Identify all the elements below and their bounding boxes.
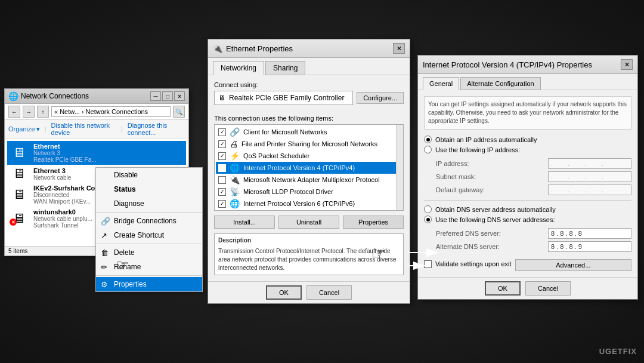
nc-up-btn[interactable]: ↑ bbox=[37, 106, 49, 118]
ep-list-item-3[interactable]: 🌐 Internet Protocol Version 4 (TCP/IPv4) bbox=[216, 162, 402, 174]
ep-description: Description Transmission Control Protoco… bbox=[214, 233, 404, 275]
tcpip-gateway-input[interactable]: . . . . bbox=[548, 184, 631, 195]
tcpip-bottom-row: OK Cancel bbox=[418, 277, 637, 299]
tcpip-advanced-btn[interactable]: Advanced... bbox=[515, 259, 631, 271]
nc-forward-btn[interactable]: → bbox=[23, 106, 35, 118]
ep-tab-sharing[interactable]: Sharing bbox=[265, 61, 305, 75]
nc-search-btn[interactable]: 🔍 bbox=[173, 106, 185, 118]
ep-connect-label: Connect using: bbox=[214, 81, 404, 88]
ep-item-icon-0: 🔗 bbox=[230, 127, 240, 137]
tcpip-divider bbox=[424, 200, 631, 201]
ctx-bridge-icon: 🔗 bbox=[101, 217, 110, 226]
ep-install-btn[interactable]: Install... bbox=[214, 216, 275, 229]
tcpip-auto-ip-radio[interactable] bbox=[424, 136, 432, 143]
ep-item-label-2: QoS Packet Scheduler bbox=[243, 152, 309, 159]
ep-close-btn[interactable]: ✕ bbox=[393, 43, 405, 54]
ep-item-label-4: Microsoft Network Adapter Multiplexor Pr… bbox=[243, 176, 380, 183]
tcpip-alternate-dns-input[interactable]: 8 . 8 . 8 . 9 bbox=[548, 241, 631, 252]
ep-checkbox-5[interactable] bbox=[218, 188, 226, 196]
ep-checkbox-2[interactable] bbox=[218, 152, 226, 160]
tcpip-alternate-dns-field: Alternate DNS server: 8 . 8 . 8 . 9 bbox=[424, 241, 631, 252]
ep-configure-btn[interactable]: Configure... bbox=[357, 92, 404, 104]
ep-content: Connect using: 🖥 Realtek PCIe GBE Family… bbox=[208, 75, 410, 281]
ep-uninstall-btn[interactable]: Uninstall bbox=[278, 216, 339, 229]
tcpip-ip-input[interactable]: . . . . bbox=[548, 158, 631, 169]
nc-titlebar: 🌐 Network Connections ─ □ ✕ bbox=[5, 89, 188, 104]
ep-adapter-name: Realtek PCIe GBE Family Controller bbox=[229, 94, 344, 102]
ctx-sep3 bbox=[96, 275, 202, 276]
nc-back-btn[interactable]: ← bbox=[8, 106, 20, 118]
ctx-rename[interactable]: ✏ Rename bbox=[96, 260, 202, 274]
tcpip-auto-dns-row[interactable]: Obtain DNS server address automatically bbox=[424, 205, 631, 213]
nc-titlebar-left: 🌐 Network Connections bbox=[8, 91, 89, 101]
ep-checkbox-3[interactable] bbox=[218, 164, 226, 172]
tcpip-close-btn[interactable]: ✕ bbox=[621, 59, 633, 70]
nc-minimize-btn[interactable]: ─ bbox=[150, 91, 161, 101]
tcpip-subnet-input[interactable]: . . . . bbox=[548, 171, 631, 182]
ep-properties-btn[interactable]: Properties bbox=[343, 216, 404, 229]
tcpip-manual-dns-row[interactable]: Use the following DNS server addresses: bbox=[424, 216, 631, 223]
ctx-bridge[interactable]: 🔗 Bridge Connections bbox=[96, 214, 202, 228]
tcpip-preferred-dns-input[interactable]: 8 . 8 . 8 . 8 bbox=[548, 228, 631, 239]
nc-item-ethernet[interactable]: 🖥 Ethernet Network 3 Realtek PCIe GBE Fa… bbox=[7, 141, 186, 165]
ep-checkbox-0[interactable] bbox=[218, 128, 226, 136]
watermark: UGETFIX bbox=[599, 347, 637, 356]
ctx-status[interactable]: Status bbox=[96, 182, 202, 196]
ep-item-label-1: File and Printer Sharing for Microsoft N… bbox=[242, 140, 377, 147]
ep-checkbox-4[interactable] bbox=[218, 176, 226, 184]
ctx-diagnose[interactable]: Diagnose bbox=[96, 196, 202, 211]
nc-error-badge: ✕ bbox=[10, 219, 17, 226]
tcpip-cancel-btn[interactable]: Cancel bbox=[525, 281, 571, 296]
ep-list-item-0[interactable]: 🔗 Client for Microsoft Networks bbox=[216, 126, 402, 138]
ctx-disable[interactable]: Disable bbox=[96, 168, 202, 182]
ep-title-text: Ethernet Properties bbox=[226, 44, 293, 53]
tcpip-title-left: Internet Protocol Version 4 (TCP/IPv4) P… bbox=[423, 60, 592, 69]
ep-tab-networking[interactable]: Networking bbox=[213, 61, 264, 75]
tcpip-tabs: General Alternate Configuration bbox=[418, 74, 637, 90]
ep-ok-btn[interactable]: OK bbox=[266, 285, 302, 300]
ep-tabs: Networking Sharing bbox=[208, 58, 410, 75]
tcpip-gateway-field: Default gateway: . . . . bbox=[424, 184, 631, 195]
tcpip-auto-ip-row[interactable]: Obtain an IP address automatically bbox=[424, 136, 631, 143]
tcpip-auto-dns-label: Obtain DNS server address automatically bbox=[435, 206, 556, 213]
nc-address-path[interactable]: « Netw... › Network Connections bbox=[51, 106, 171, 117]
ep-item-label-6: Internet Protocol Version 6 (TCP/IPv6) bbox=[243, 200, 355, 207]
ctx-properties[interactable]: ⚙ Properties bbox=[96, 277, 202, 291]
tcpip-ok-btn[interactable]: OK bbox=[485, 281, 521, 296]
ep-cancel-btn[interactable]: Cancel bbox=[306, 285, 352, 300]
tcpip-auto-ip-label: Obtain an IP address automatically bbox=[435, 136, 537, 143]
ep-list-item-4[interactable]: 🔌 Microsoft Network Adapter Multiplexor … bbox=[216, 174, 402, 186]
ctx-shortcut[interactable]: ↗ Create Shortcut bbox=[96, 228, 202, 242]
tcpip-dialog: Internet Protocol Version 4 (TCP/IPv4) P… bbox=[417, 55, 638, 300]
tcpip-preferred-dns-value: 8 . 8 . 8 . 8 bbox=[551, 230, 582, 237]
ep-item-label-5: Microsoft LLDP Protocol Driver bbox=[243, 188, 333, 195]
tcpip-manual-dns-radio[interactable] bbox=[424, 216, 432, 223]
nc-disable-btn[interactable]: Disable this network device bbox=[51, 122, 116, 136]
ep-item-icon-5: 📡 bbox=[230, 187, 240, 196]
ep-list-item-5[interactable]: 📡 Microsoft LLDP Protocol Driver bbox=[216, 186, 402, 198]
tcpip-manual-ip-radio[interactable] bbox=[424, 146, 432, 153]
ep-list-item-2[interactable]: ⚡ QoS Packet Scheduler bbox=[216, 150, 402, 162]
nc-toolbar-separator: | bbox=[45, 125, 47, 133]
ep-list-item-6[interactable]: 🌐 Internet Protocol Version 6 (TCP/IPv6) bbox=[216, 198, 402, 210]
tcpip-manual-ip-row[interactable]: Use the following IP address: bbox=[424, 146, 631, 153]
ep-checkbox-1[interactable] bbox=[218, 140, 226, 148]
tcpip-content: You can get IP settings assigned automat… bbox=[418, 90, 637, 277]
ep-items-list: 🔗 Client for Microsoft Networks 🖨 File a… bbox=[214, 124, 404, 211]
ctx-delete[interactable]: 🗑 Delete bbox=[96, 245, 202, 260]
nc-organize-btn[interactable]: Organize ▾ bbox=[8, 125, 40, 133]
tcpip-auto-dns-radio[interactable] bbox=[424, 205, 432, 213]
nc-close-btn[interactable]: ✕ bbox=[174, 91, 185, 101]
ep-scrollbar[interactable] bbox=[396, 125, 403, 210]
ep-list-item-1[interactable]: 🖨 File and Printer Sharing for Microsoft… bbox=[216, 138, 402, 150]
tcpip-tab-alternate[interactable]: Alternate Configuration bbox=[460, 77, 541, 90]
ep-bottom-row: OK Cancel bbox=[208, 281, 410, 303]
tcpip-tab-general[interactable]: General bbox=[423, 77, 459, 90]
ctx-shortcut-label: Create Shortcut bbox=[114, 231, 164, 239]
tcpip-validate-checkbox[interactable] bbox=[424, 260, 432, 268]
nc-diagnose-btn[interactable]: Diagnose this connect... bbox=[128, 122, 185, 136]
ep-item-label-3: Internet Protocol Version 4 (TCP/IPv4) bbox=[243, 164, 355, 171]
tcpip-manual-dns-label: Use the following DNS server addresses: bbox=[435, 216, 555, 223]
nc-maximize-btn[interactable]: □ bbox=[162, 91, 173, 101]
ep-checkbox-6[interactable] bbox=[218, 200, 226, 208]
